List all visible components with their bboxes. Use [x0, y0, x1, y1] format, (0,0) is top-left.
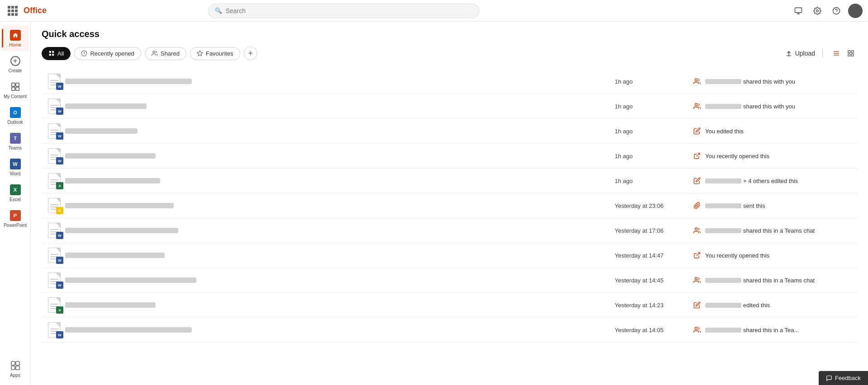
- activity-text: edited this: [705, 302, 770, 309]
- file-row-8[interactable]: WYesterday at 14:45 shared this in a Tea…: [42, 268, 857, 293]
- file-name-cell: [65, 302, 611, 308]
- settings-icon[interactable]: [810, 4, 825, 18]
- svg-point-2: [833, 7, 840, 14]
- top-nav: Office 🔍: [0, 0, 868, 22]
- file-name-cell: [65, 203, 611, 208]
- sidebar-item-powerpoint[interactable]: P PowerPoint: [2, 206, 29, 231]
- file-row-1[interactable]: W1h ago shared this with you: [42, 94, 857, 119]
- file-activity-cell: You recently opened this: [693, 251, 855, 260]
- svg-rect-12: [49, 51, 51, 53]
- sidebar-item-mycontent[interactable]: My Content: [2, 77, 29, 103]
- page-title: Quick access: [42, 29, 857, 39]
- activity-text: shared this in a Teams chat: [705, 227, 815, 234]
- activity-suffix: edited this: [743, 302, 770, 309]
- sidebar-item-teams[interactable]: T Teams: [2, 128, 29, 154]
- sidebar-item-excel[interactable]: X Excel: [2, 180, 29, 206]
- file-row-6[interactable]: WYesterday at 17:06 shared this in a Tea…: [42, 218, 857, 243]
- file-icon-cell: W: [43, 148, 65, 164]
- svg-point-33: [695, 327, 697, 329]
- activity-text: shared this with you: [705, 103, 795, 110]
- file-time-cell: Yesterday at 14:23: [611, 302, 693, 309]
- file-row-3[interactable]: W1h agoYou recently opened this: [42, 144, 857, 169]
- file-row-7[interactable]: WYesterday at 14:47You recently opened t…: [42, 243, 857, 268]
- tab-shared[interactable]: Shared: [145, 47, 186, 60]
- file-activity-cell: shared this in a Teams chat: [693, 276, 855, 285]
- sidebar-item-word[interactable]: W Word: [2, 154, 29, 180]
- sidebar-item-create[interactable]: + Create: [2, 51, 29, 77]
- tab-recently-opened[interactable]: Recently opened: [74, 47, 141, 60]
- activity-text: You recently opened this: [705, 153, 769, 160]
- file-time-cell: Yesterday at 17:06: [611, 227, 693, 234]
- tab-favourites[interactable]: Favourites: [190, 47, 240, 60]
- outlook-icon: O: [9, 106, 22, 119]
- svg-point-32: [695, 277, 697, 280]
- file-row-10[interactable]: WYesterday at 14:05 shared this in a Tea…: [42, 318, 857, 343]
- grid-icon: [48, 50, 55, 56]
- svg-rect-0: [795, 8, 802, 13]
- file-icon-cell: W: [43, 223, 65, 238]
- apps-icon: [9, 359, 22, 372]
- file-activity-cell: You edited this: [693, 127, 855, 136]
- grid-view-button[interactable]: [844, 47, 857, 60]
- svg-line-29: [697, 153, 700, 156]
- svg-rect-9: [15, 362, 19, 365]
- upload-icon: [785, 50, 792, 57]
- file-row-9[interactable]: XYesterday at 14:23 edited this: [42, 293, 857, 318]
- file-icon-cell: W: [43, 272, 65, 288]
- create-icon: +: [9, 55, 22, 67]
- svg-rect-10: [11, 366, 14, 370]
- file-row-5[interactable]: NYesterday at 23:06 sent this: [42, 193, 857, 218]
- sidebar-item-outlook[interactable]: O Outlook: [2, 103, 29, 128]
- svg-rect-14: [49, 54, 51, 56]
- file-activity-cell: shared this in a Teams chat: [693, 226, 855, 235]
- help-icon[interactable]: [829, 4, 844, 18]
- add-tab-button[interactable]: +: [244, 47, 257, 60]
- feedback-button[interactable]: Feedback: [819, 371, 868, 385]
- activity-text: sent this: [705, 202, 765, 209]
- file-time-cell: 1h ago: [611, 128, 693, 135]
- activity-text: You edited this: [705, 128, 744, 135]
- sidebar-item-home[interactable]: Home: [2, 25, 29, 51]
- file-time-cell: 1h ago: [611, 78, 693, 85]
- waffle-menu-button[interactable]: [5, 4, 20, 18]
- file-activity-cell: You recently opened this: [693, 151, 855, 160]
- excel-icon: X: [9, 183, 22, 196]
- svg-point-27: [695, 79, 697, 81]
- file-row-0[interactable]: W1h ago shared this with you: [42, 69, 857, 94]
- activity-suffix: + 4 others edited this: [743, 178, 798, 184]
- file-icon-cell: W: [43, 248, 65, 263]
- file-row-4[interactable]: X1h ago + 4 others edited this: [42, 169, 857, 193]
- tab-all[interactable]: All: [42, 47, 71, 60]
- svg-rect-7: [15, 87, 19, 90]
- upload-button[interactable]: Upload: [785, 50, 815, 57]
- file-name-cell: [65, 253, 611, 258]
- main-layout: Home + Create My Content O Outlook T: [0, 22, 868, 385]
- file-activity-cell: shared this with you: [693, 102, 855, 111]
- notification-icon[interactable]: [791, 4, 806, 18]
- activity-text: shared this in a Tea...: [705, 327, 799, 333]
- activity-text: shared this in a Teams chat: [705, 277, 815, 284]
- svg-rect-15: [52, 54, 54, 56]
- file-row-2[interactable]: W1h agoYou edited this: [42, 119, 857, 144]
- file-name-bar: [65, 228, 178, 233]
- file-time-cell: Yesterday at 14:45: [611, 277, 693, 284]
- file-name-bar: [65, 178, 160, 183]
- avatar[interactable]: [848, 4, 863, 18]
- home-icon: [9, 29, 22, 42]
- file-time-cell: Yesterday at 14:47: [611, 252, 693, 259]
- office-logo[interactable]: Office: [24, 6, 47, 15]
- search-input[interactable]: [226, 7, 473, 14]
- svg-point-17: [153, 51, 155, 53]
- file-icon-cell: W: [43, 99, 65, 114]
- sidebar-item-apps[interactable]: Apps: [2, 356, 29, 381]
- activity-suffix: You recently opened this: [705, 153, 769, 160]
- sidebar-label-word: Word: [10, 171, 21, 176]
- sidebar-label-powerpoint: PowerPoint: [4, 223, 27, 228]
- nav-right: [791, 4, 863, 18]
- list-view-button[interactable]: [830, 47, 843, 60]
- activity-suffix: sent this: [743, 202, 765, 209]
- activity-suffix: You recently opened this: [705, 252, 769, 259]
- file-activity-cell: shared this with you: [693, 77, 855, 86]
- word-icon: W: [9, 158, 22, 170]
- svg-rect-11: [15, 366, 19, 370]
